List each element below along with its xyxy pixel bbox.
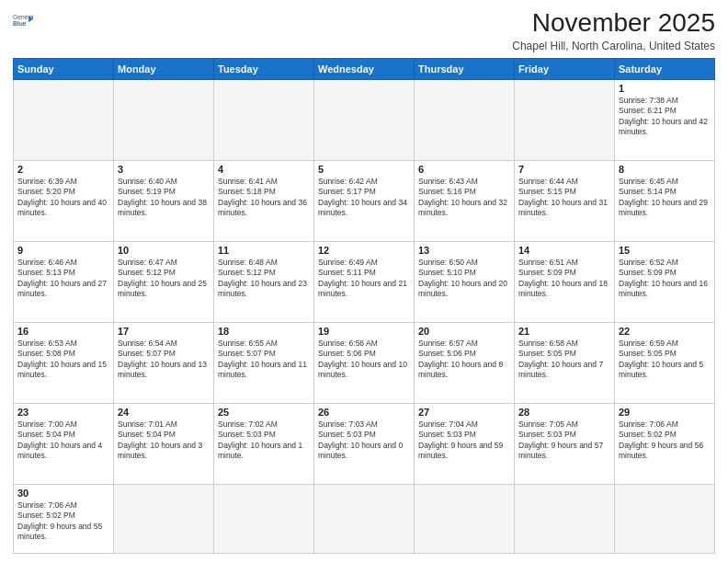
day-info: Sunrise: 6:47 AMSunset: 5:12 PMDaylight:… [118,258,210,300]
day-cell: 22Sunrise: 6:59 AMSunset: 5:05 PMDayligh… [615,322,715,403]
day-cell: 12Sunrise: 6:49 AMSunset: 5:11 PMDayligh… [314,241,415,322]
calendar-page: General Blue November 2025 Chapel Hill, … [0,0,728,563]
day-cell: 11Sunrise: 6:48 AMSunset: 5:12 PMDayligh… [214,241,314,322]
day-number: 22 [619,326,711,337]
day-info: Sunrise: 6:52 AMSunset: 5:09 PMDaylight:… [619,258,711,300]
day-number: 24 [118,407,210,418]
day-cell [114,484,214,553]
day-info: Sunrise: 6:58 AMSunset: 5:05 PMDaylight:… [518,339,610,381]
day-number: 21 [518,326,610,337]
logo-icon: General Blue [13,11,33,31]
day-info: Sunrise: 6:46 AMSunset: 5:13 PMDaylight:… [17,258,109,300]
day-cell: 3Sunrise: 6:40 AMSunset: 5:19 PMDaylight… [114,160,214,241]
logo: General Blue [13,9,33,31]
day-info: Sunrise: 6:40 AMSunset: 5:19 PMDaylight:… [118,177,210,219]
day-cell: 19Sunrise: 6:56 AMSunset: 5:06 PMDayligh… [314,322,415,403]
day-cell: 28Sunrise: 7:05 AMSunset: 5:03 PMDayligh… [515,403,615,484]
day-cell: 18Sunrise: 6:55 AMSunset: 5:07 PMDayligh… [214,322,314,403]
week-row: 30Sunrise: 7:06 AMSunset: 5:02 PMDayligh… [14,484,715,553]
day-info: Sunrise: 6:41 AMSunset: 5:18 PMDaylight:… [218,177,310,219]
day-number: 25 [218,407,310,418]
day-cell: 14Sunrise: 6:51 AMSunset: 5:09 PMDayligh… [515,241,615,322]
week-row: 2Sunrise: 6:39 AMSunset: 5:20 PMDaylight… [14,160,715,241]
day-cell: 8Sunrise: 6:45 AMSunset: 5:14 PMDaylight… [615,160,715,241]
day-cell: 20Sunrise: 6:57 AMSunset: 5:06 PMDayligh… [415,322,515,403]
day-cell: 30Sunrise: 7:06 AMSunset: 5:02 PMDayligh… [14,484,114,553]
day-info: Sunrise: 7:03 AMSunset: 5:03 PMDaylight:… [318,419,410,462]
day-cell [214,484,314,553]
day-info: Sunrise: 6:50 AMSunset: 5:10 PMDaylight:… [418,258,510,300]
col-header-saturday: Saturday [615,58,715,79]
day-number: 28 [518,407,610,418]
day-info: Sunrise: 6:53 AMSunset: 5:08 PMDaylight:… [17,339,109,381]
day-number: 13 [418,245,510,256]
day-cell: 23Sunrise: 7:00 AMSunset: 5:04 PMDayligh… [14,403,114,484]
day-info: Sunrise: 6:56 AMSunset: 5:06 PMDaylight:… [318,339,410,381]
day-number: 2 [17,164,109,175]
day-cell: 21Sunrise: 6:58 AMSunset: 5:05 PMDayligh… [515,322,615,403]
day-info: Sunrise: 6:54 AMSunset: 5:07 PMDaylight:… [118,339,210,381]
day-cell: 26Sunrise: 7:03 AMSunset: 5:03 PMDayligh… [314,403,415,484]
col-header-friday: Friday [515,58,615,79]
day-info: Sunrise: 7:02 AMSunset: 5:03 PMDaylight:… [218,419,310,462]
day-cell: 25Sunrise: 7:02 AMSunset: 5:03 PMDayligh… [214,403,314,484]
day-info: Sunrise: 6:49 AMSunset: 5:11 PMDaylight:… [318,258,410,300]
col-header-wednesday: Wednesday [314,58,415,79]
day-number: 4 [218,164,310,175]
day-number: 3 [118,164,210,175]
subtitle: Chapel Hill, North Carolina, United Stat… [512,40,715,52]
day-number: 18 [218,326,310,337]
day-cell: 24Sunrise: 7:01 AMSunset: 5:04 PMDayligh… [114,403,214,484]
day-info: Sunrise: 6:48 AMSunset: 5:12 PMDaylight:… [218,258,310,300]
day-number: 26 [318,407,410,418]
week-row: 23Sunrise: 7:00 AMSunset: 5:04 PMDayligh… [14,403,715,484]
day-info: Sunrise: 6:39 AMSunset: 5:20 PMDaylight:… [17,177,109,219]
day-number: 10 [118,245,210,256]
day-cell: 16Sunrise: 6:53 AMSunset: 5:08 PMDayligh… [14,322,114,403]
day-cell: 10Sunrise: 6:47 AMSunset: 5:12 PMDayligh… [114,241,214,322]
week-row: 16Sunrise: 6:53 AMSunset: 5:08 PMDayligh… [14,322,715,403]
day-number: 30 [17,488,109,499]
header-row: SundayMondayTuesdayWednesdayThursdayFrid… [14,58,715,79]
day-info: Sunrise: 6:57 AMSunset: 5:06 PMDaylight:… [418,339,510,381]
day-cell [314,79,415,160]
week-row: 1Sunrise: 7:38 AMSunset: 6:21 PMDaylight… [14,79,715,160]
day-info: Sunrise: 7:04 AMSunset: 5:03 PMDaylight:… [418,419,510,462]
day-number: 19 [318,326,410,337]
day-cell: 6Sunrise: 6:43 AMSunset: 5:16 PMDaylight… [415,160,515,241]
day-cell: 7Sunrise: 6:44 AMSunset: 5:15 PMDaylight… [515,160,615,241]
day-number: 5 [318,164,410,175]
day-cell [114,79,214,160]
day-info: Sunrise: 7:05 AMSunset: 5:03 PMDaylight:… [518,419,610,462]
day-cell: 17Sunrise: 6:54 AMSunset: 5:07 PMDayligh… [114,322,214,403]
day-info: Sunrise: 6:45 AMSunset: 5:14 PMDaylight:… [619,177,711,219]
day-number: 6 [418,164,510,175]
day-cell: 5Sunrise: 6:42 AMSunset: 5:17 PMDaylight… [314,160,415,241]
day-cell: 4Sunrise: 6:41 AMSunset: 5:18 PMDaylight… [214,160,314,241]
day-cell [615,484,715,553]
col-header-thursday: Thursday [415,58,515,79]
day-number: 29 [619,407,711,418]
day-cell: 9Sunrise: 6:46 AMSunset: 5:13 PMDaylight… [14,241,114,322]
day-number: 15 [619,245,711,256]
day-info: Sunrise: 6:42 AMSunset: 5:17 PMDaylight:… [318,177,410,219]
day-cell: 29Sunrise: 7:06 AMSunset: 5:02 PMDayligh… [615,403,715,484]
calendar-table: SundayMondayTuesdayWednesdayThursdayFrid… [13,58,715,554]
day-cell [515,79,615,160]
day-cell [415,484,515,553]
day-cell [314,484,415,553]
day-info: Sunrise: 6:44 AMSunset: 5:15 PMDaylight:… [518,177,610,219]
month-title: November 2025 [512,9,715,38]
header: General Blue November 2025 Chapel Hill, … [13,9,715,52]
day-number: 7 [518,164,610,175]
title-area: November 2025 Chapel Hill, North Carolin… [512,9,715,52]
day-info: Sunrise: 6:55 AMSunset: 5:07 PMDaylight:… [218,339,310,381]
day-number: 11 [218,245,310,256]
day-cell: 15Sunrise: 6:52 AMSunset: 5:09 PMDayligh… [615,241,715,322]
day-info: Sunrise: 7:06 AMSunset: 5:02 PMDaylight:… [619,419,711,462]
day-info: Sunrise: 7:01 AMSunset: 5:04 PMDaylight:… [118,419,210,462]
day-cell: 1Sunrise: 7:38 AMSunset: 6:21 PMDaylight… [615,79,715,160]
week-row: 9Sunrise: 6:46 AMSunset: 5:13 PMDaylight… [14,241,715,322]
col-header-tuesday: Tuesday [214,58,314,79]
svg-text:Blue: Blue [13,20,27,27]
